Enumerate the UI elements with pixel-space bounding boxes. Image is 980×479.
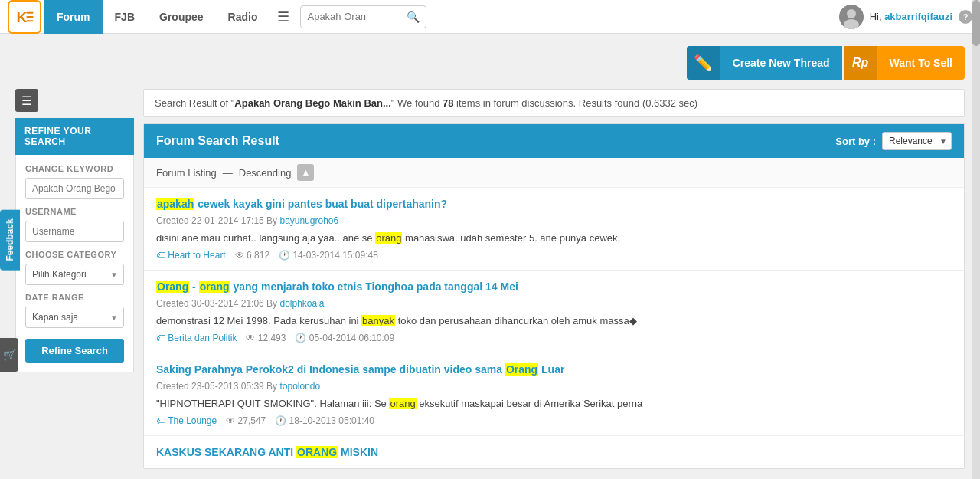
category-label: CHOOSE CATEGORY	[25, 250, 124, 259]
search-query: Apakah Orang Bego Makin Ban...	[234, 97, 390, 109]
username-input[interactable]	[25, 221, 124, 242]
meta-time: 14-03-2014 15:09:48	[279, 250, 378, 261]
results-count: 78	[443, 97, 453, 109]
sidebar-toggle-icon[interactable]: ☰	[15, 89, 38, 112]
username-label: USERNAME	[25, 207, 124, 216]
highlight-orang3: Orang	[505, 363, 538, 376]
logo[interactable]: K	[8, 0, 41, 34]
svg-text:K: K	[17, 9, 28, 25]
author-link[interactable]: dolphkoala	[279, 298, 324, 309]
list-item: Orang - orang yang menjarah toko etnis T…	[144, 271, 964, 353]
hamburger-menu-icon[interactable]: ☰	[270, 0, 297, 34]
action-bar: ✏️ Create New Thread Rp Want To Sell	[0, 34, 980, 89]
listing-order: Descending	[239, 167, 292, 179]
highlight-banyak: banyak	[361, 315, 395, 326]
forum-item-footer: Berita dan Politik 12,493 05-04-2014 06:…	[156, 333, 952, 343]
sort-select-wrapper: Relevance Date Views ▼	[882, 132, 952, 150]
results-area: Search Result of "Apakah Orang Bego Maki…	[143, 89, 965, 469]
nav-item-radio[interactable]: Radio	[216, 0, 270, 34]
scrollbar[interactable]	[972, 0, 980, 479]
results-summary: Search Result of "Apakah Orang Bego Maki…	[143, 89, 965, 117]
keyword-input[interactable]	[25, 178, 124, 199]
username[interactable]: akbarrifqifauzi	[884, 11, 952, 22]
refine-search-button[interactable]: Refine Search	[25, 339, 124, 363]
highlight-orang2: orang	[199, 281, 230, 293]
search-icon[interactable]: 🔍	[407, 11, 420, 23]
highlight-orang1: Orang	[156, 281, 189, 293]
meta-time: 18-10-2013 05:01:40	[275, 415, 374, 426]
nav-item-groupee[interactable]: Groupee	[147, 0, 216, 34]
forum-item-title[interactable]: KASKUS SEKARANG ANTI ORANG MISKIN	[156, 445, 952, 461]
forum-item-footer: Heart to Heart 6,812 14-03-2014 15:09:48	[156, 250, 952, 261]
category-select-wrapper: Pilih Kategori ▼	[25, 264, 124, 285]
forum-item-excerpt: disini ane mau curhat.. langsung aja yaa…	[156, 231, 952, 246]
forum-item-meta: Created 22-01-2014 17:15 By bayunugroho6	[156, 215, 952, 226]
forum-item-meta: Created 30-03-2014 21:06 By dolphkoala	[156, 298, 952, 309]
meta-views: 27,547	[226, 415, 266, 426]
user-greeting: Hi, akbarrifqifauzi	[870, 11, 952, 22]
avatar[interactable]	[839, 5, 864, 29]
help-icon[interactable]: ?	[959, 10, 972, 24]
listing-toggle-icon[interactable]: ▲	[297, 164, 314, 181]
highlight-orang5: ORANG	[296, 446, 338, 458]
meta-views: 12,493	[246, 333, 286, 343]
forum-item-excerpt: demonstrasi 12 Mei 1998. Pada kerusuhan …	[156, 313, 952, 329]
forum-item-title[interactable]: apakah cewek kayak gini pantes buat buat…	[156, 197, 952, 212]
listing-dash: —	[223, 167, 233, 179]
user-area: Hi, akbarrifqifauzi ?	[839, 5, 972, 29]
list-item: Saking Parahnya Perokok2 di Indonesia sa…	[144, 353, 964, 436]
sort-by-area: Sort by : Relevance Date Views ▼	[835, 132, 952, 150]
sort-select[interactable]: Relevance Date Views	[882, 132, 952, 150]
want-to-sell-label: Want To Sell	[877, 57, 965, 69]
forum-listing-label: Forum Listing	[156, 167, 217, 179]
create-new-thread-button[interactable]: ✏️ Create New Thread	[687, 46, 842, 80]
feedback-tab[interactable]: Feedback	[0, 209, 20, 270]
forum-item-tag[interactable]: Heart to Heart	[156, 250, 226, 261]
date-label: DATE RANGE	[25, 293, 124, 302]
forum-search-header: Forum Search Result Sort by : Relevance …	[144, 124, 964, 158]
search-input[interactable]	[307, 11, 407, 22]
svg-point-6	[847, 9, 856, 18]
meta-views: 6,812	[235, 250, 270, 261]
date-select[interactable]: Kapan saja	[25, 307, 124, 328]
create-thread-label: Create New Thread	[720, 57, 842, 69]
forum-item-tag[interactable]: The Lounge	[156, 415, 217, 426]
highlight-apakah: apakah	[156, 198, 194, 210]
scrollbar-thumb[interactable]	[972, 0, 980, 46]
main-content: ☰ REFINE YOUR SEARCH CHANGE KEYWORD USER…	[0, 89, 980, 479]
highlight-orang: orang	[375, 232, 402, 244]
forum-item-excerpt: "HIPNOTHERAPI QUIT SMOKING". Halaman iii…	[156, 396, 952, 412]
refine-header: REFINE YOUR SEARCH	[15, 118, 134, 155]
forum-item-meta: Created 23-05-2013 05:39 By topolondo	[156, 381, 952, 392]
author-link[interactable]: topolondo	[279, 381, 320, 392]
want-to-sell-button[interactable]: Rp Want To Sell	[844, 46, 965, 80]
forum-listing-bar: Forum Listing — Descending ▲	[144, 158, 964, 188]
forum-search-title: Forum Search Result	[156, 134, 279, 148]
date-select-wrapper: Kapan saja ▼	[25, 307, 124, 328]
rp-icon: Rp	[844, 46, 877, 80]
list-item: apakah cewek kayak gini pantes buat buat…	[144, 188, 964, 271]
forum-search-box: Forum Search Result Sort by : Relevance …	[143, 123, 965, 469]
sidebar: ☰ REFINE YOUR SEARCH CHANGE KEYWORD USER…	[15, 89, 134, 469]
forum-item-title[interactable]: Saking Parahnya Perokok2 di Indonesia sa…	[156, 363, 952, 378]
top-navigation: K Forum FJB Groupee Radio ☰ 🔍 Hi, akbarr…	[0, 0, 980, 34]
highlight-orang4: orang	[389, 398, 416, 409]
category-select[interactable]: Pilih Kategori	[25, 264, 124, 285]
cart-icon[interactable]: 🛒	[0, 338, 18, 372]
sort-label: Sort by :	[835, 136, 876, 147]
pencil-icon: ✏️	[687, 46, 720, 80]
search-bar: 🔍	[300, 5, 426, 28]
refine-body: CHANGE KEYWORD USERNAME CHOOSE CATEGORY …	[15, 155, 134, 372]
forum-item-title[interactable]: Orang - orang yang menjarah toko etnis T…	[156, 280, 952, 295]
author-link[interactable]: bayunugroho6	[279, 215, 338, 226]
forum-item-footer: The Lounge 27,547 18-10-2013 05:01:40	[156, 415, 952, 426]
forum-item-tag[interactable]: Berita dan Politik	[156, 333, 237, 343]
meta-time: 05-04-2014 06:10:09	[295, 333, 394, 343]
keyword-label: CHANGE KEYWORD	[25, 164, 124, 173]
nav-item-fjb[interactable]: FJB	[103, 0, 147, 34]
nav-item-forum[interactable]: Forum	[44, 0, 103, 34]
list-item: KASKUS SEKARANG ANTI ORANG MISKIN	[144, 436, 964, 468]
